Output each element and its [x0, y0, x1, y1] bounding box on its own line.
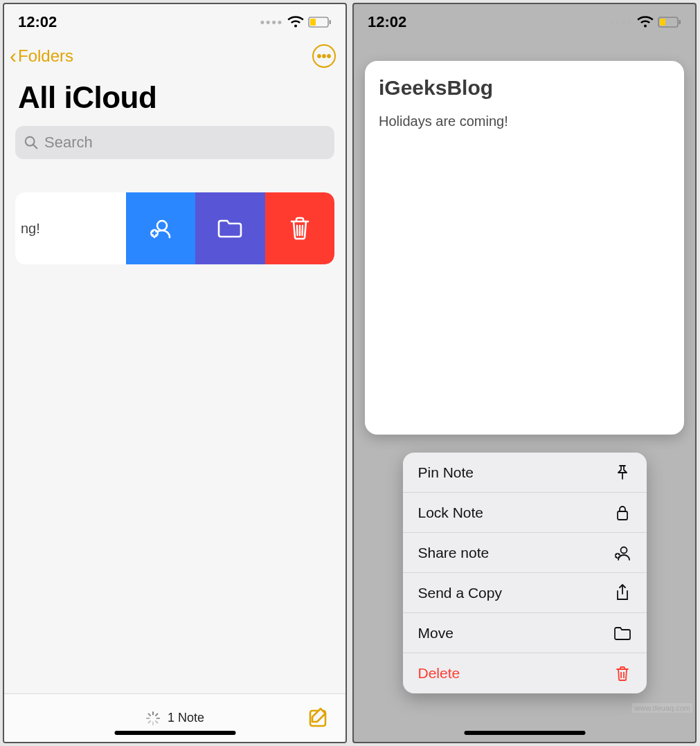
note-title: iGeeksBlog — [379, 76, 670, 100]
status-bar: 12:02 •••• — [4, 4, 345, 40]
compose-button[interactable] — [308, 706, 330, 731]
search-placeholder: Search — [44, 134, 93, 152]
context-menu: Pin Note Lock Note Share note Send a Cop… — [403, 453, 647, 693]
status-time: 12:02 — [368, 13, 406, 31]
search-icon — [24, 135, 39, 150]
svg-point-25 — [620, 547, 627, 553]
share-collaborate-icon — [147, 215, 174, 242]
share-sheet-icon — [613, 584, 631, 602]
note-count: 1 Note — [145, 711, 204, 726]
svg-line-16 — [148, 713, 150, 716]
svg-line-19 — [156, 713, 158, 716]
search-input[interactable]: Search — [15, 126, 334, 159]
status-time: 12:02 — [18, 13, 57, 31]
note-preview-card[interactable]: iGeeksBlog Holidays are coming! — [365, 61, 684, 435]
compose-icon — [308, 706, 330, 728]
note-row-swiped[interactable]: ng! — [15, 192, 334, 264]
battery-low-icon — [658, 17, 681, 28]
status-dots-icon: •••• — [610, 15, 633, 30]
trash-icon — [613, 664, 631, 682]
home-indicator[interactable] — [464, 731, 585, 735]
svg-rect-22 — [660, 19, 665, 26]
svg-rect-1 — [310, 19, 316, 26]
menu-pin-note[interactable]: Pin Note — [403, 453, 647, 493]
status-indicators: •••• — [260, 15, 332, 30]
svg-point-5 — [157, 221, 167, 230]
svg-rect-24 — [618, 511, 627, 520]
svg-line-9 — [297, 226, 298, 235]
share-collaborate-icon — [613, 544, 631, 562]
phone-left: 12:02 •••• ‹ Folders ••• All iCloud Sear… — [3, 3, 347, 743]
swipe-share-button[interactable] — [126, 192, 195, 264]
menu-label: Pin Note — [418, 464, 474, 481]
svg-rect-23 — [679, 20, 681, 24]
wifi-icon — [287, 16, 304, 28]
menu-label: Lock Note — [418, 504, 484, 521]
svg-line-4 — [33, 145, 37, 148]
more-button[interactable]: ••• — [312, 44, 336, 68]
watermark: www.deuaq.com — [632, 703, 692, 713]
ellipsis-icon: ••• — [316, 48, 331, 64]
svg-line-18 — [148, 720, 150, 722]
folder-icon — [216, 217, 244, 240]
swipe-delete-button[interactable] — [265, 192, 334, 264]
menu-label: Send a Copy — [418, 585, 502, 601]
wifi-icon — [637, 16, 654, 28]
menu-lock-note[interactable]: Lock Note — [403, 493, 647, 533]
menu-move[interactable]: Move — [403, 613, 647, 653]
count-label: 1 Note — [168, 711, 204, 725]
menu-label: Move — [418, 625, 454, 642]
notes-list: ng! — [4, 159, 345, 693]
menu-share-note[interactable]: Share note — [403, 533, 647, 573]
battery-low-icon — [308, 17, 332, 28]
menu-label: Share note — [418, 545, 490, 561]
phone-right: 12:02 •••• iGeeksBlog Holidays are comin… — [352, 3, 697, 743]
note-body: Holidays are coming! — [379, 113, 670, 129]
back-button[interactable]: ‹ Folders — [10, 46, 73, 66]
menu-delete[interactable]: Delete — [403, 653, 647, 693]
status-bar: 12:02 •••• — [354, 4, 695, 40]
back-label: Folders — [18, 46, 73, 66]
spinner-icon — [145, 711, 161, 726]
note-excerpt: ng! — [21, 221, 40, 237]
page-title: All iCloud — [4, 71, 345, 122]
chevron-left-icon: ‹ — [10, 46, 17, 66]
status-indicators: •••• — [610, 15, 681, 30]
menu-send-copy[interactable]: Send a Copy — [403, 573, 647, 613]
lock-icon — [613, 504, 631, 522]
pin-icon — [613, 464, 631, 482]
folder-icon — [613, 624, 631, 642]
status-dots-icon: •••• — [260, 15, 283, 30]
trash-icon — [288, 215, 312, 242]
swipe-move-button[interactable] — [195, 192, 264, 264]
home-indicator[interactable] — [114, 731, 235, 735]
nav-bar: ‹ Folders ••• — [4, 40, 345, 71]
svg-line-11 — [302, 226, 303, 235]
menu-label: Delete — [418, 665, 460, 682]
note-content-partial[interactable]: ng! — [15, 192, 126, 264]
svg-line-17 — [156, 720, 158, 722]
svg-rect-2 — [330, 20, 332, 24]
